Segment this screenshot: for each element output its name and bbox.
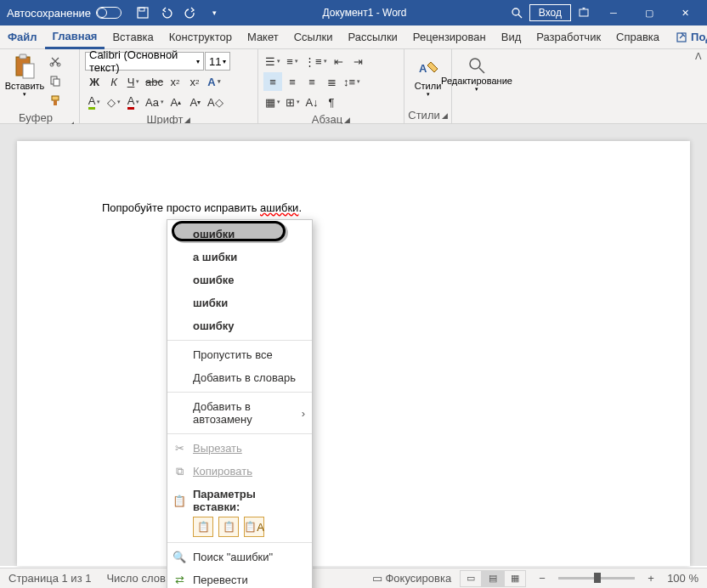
tab-developer[interactable]: Разработчик [529,25,608,49]
clear-format-button[interactable]: A◇ [206,93,225,111]
font-color-button[interactable]: A [124,93,143,111]
web-layout-button[interactable]: ▦ [504,570,526,587]
bullets-button[interactable]: ☰ [263,52,282,71]
svg-rect-4 [580,9,588,16]
quick-access-toolbar: ▾ [128,2,229,24]
styles-button[interactable]: A Стили ▾ [410,52,446,98]
zoom-slider[interactable] [558,577,635,580]
search-button[interactable] [506,2,528,24]
suggestion-5[interactable]: ошибку [167,314,312,337]
suggestion-3[interactable]: ошибке [167,269,312,291]
justify-button[interactable]: ≣ [322,72,341,91]
undo-button[interactable] [156,2,178,24]
qat-dropdown[interactable]: ▾ [203,2,225,24]
page[interactable]: Попробуйте просто исправить ашибки. [17,141,690,566]
suggestion-1[interactable]: ошибки [167,223,312,246]
tab-references[interactable]: Ссылки [286,25,341,49]
copy-button[interactable] [46,71,65,90]
svg-point-2 [512,8,519,15]
grow-font-button[interactable]: A▴ [167,93,185,111]
search-icon-small: 🔍 [173,551,186,564]
font-launcher[interactable]: ◢ [184,116,190,124]
suggestion-2[interactable]: а шибки [167,246,312,269]
font-size-select[interactable]: 11▾ [205,52,230,71]
strike-button[interactable]: abc [144,72,165,91]
share-button[interactable]: Поделиться [667,31,707,43]
add-to-dictionary[interactable]: Добавить в словарь [167,366,312,389]
translate-item[interactable]: ⇄Перевести [167,568,312,588]
bold-button[interactable]: Ж [85,72,104,91]
focus-mode-button[interactable]: ▭ Фокусировка [372,572,451,585]
align-center-button[interactable]: ≡ [283,72,302,91]
tab-insert[interactable]: Вставка [105,25,161,49]
ignore-all[interactable]: Пропустить все [167,343,312,366]
cut-icon: ✂ [173,442,186,455]
tab-design[interactable]: Конструктор [161,25,240,49]
text-effects-button[interactable]: A [205,72,223,91]
tab-home[interactable]: Главная [45,25,105,49]
underline-button[interactable]: Ч [124,72,143,91]
group-paragraph: ☰ ≡ ⋮≡ ⇤ ⇥ ≡ ≡ ≡ ≣ ↕≡ ▦ ⊞ A↓ ¶ Абзац ◢ [258,49,404,123]
paste-keep-format[interactable]: 📋 [193,517,213,537]
tab-file[interactable]: Файл [0,25,45,49]
tab-review[interactable]: Рецензирован [405,25,494,49]
redo-button[interactable] [179,2,201,24]
change-case-button[interactable]: Aa [144,93,166,111]
numbering-button[interactable]: ≡ [283,52,302,71]
zoom-out-button[interactable]: − [534,571,550,586]
zoom-in-button[interactable]: + [643,571,659,586]
shading-button[interactable]: ◇ [105,93,123,111]
read-mode-button[interactable]: ▭ [460,570,482,587]
paste-button[interactable]: Вставить ▾ [5,52,44,98]
decrease-indent-button[interactable]: ⇤ [330,52,348,71]
sort-button[interactable]: A↓ [303,93,321,111]
paste-text-only[interactable]: 📋A [244,517,264,537]
spelling-error[interactable]: ашибки [260,201,298,214]
font-name-select[interactable]: Calibri (Основной текст)▾ [85,52,204,71]
tab-mailings[interactable]: Рассылки [340,25,404,49]
save-button[interactable] [132,2,154,24]
tab-view[interactable]: Вид [494,25,529,49]
paste-options: 📋 📋 📋A [167,517,312,537]
line-spacing-button[interactable]: ↕≡ [342,72,362,91]
show-marks-button[interactable]: ¶ [322,93,341,111]
search-item[interactable]: 🔍Поиск "ашибки" [167,546,312,568]
maximize-button[interactable]: ▢ [632,0,666,25]
login-button[interactable]: Вход [529,4,571,21]
borders-button[interactable]: ⊞ [283,93,302,111]
align-right-button[interactable]: ≡ [303,72,321,91]
tab-help[interactable]: Справка [608,25,667,49]
subscript-button[interactable]: x2 [166,72,184,91]
minimize-button[interactable]: ─ [597,0,631,25]
cut-button[interactable] [46,52,65,71]
superscript-button[interactable]: x2 [185,72,204,91]
styles-launcher[interactable]: ◢ [442,111,448,120]
align-left-button[interactable]: ≡ [263,72,282,91]
paste-options-label: 📋Параметры вставки: [167,483,312,518]
print-layout-button[interactable]: ▤ [482,570,504,587]
slider-thumb[interactable] [594,573,601,583]
group-clipboard: Вставить ▾ Буфер обмена ◢ [0,49,80,123]
add-to-autocorrect[interactable]: Добавить в автозамену [167,395,312,431]
close-button[interactable]: ✕ [668,0,702,25]
multilevel-button[interactable]: ⋮≡ [303,52,329,71]
page-indicator[interactable]: Страница 1 из 1 [8,572,91,585]
format-painter-button[interactable] [46,91,65,110]
highlight-button[interactable]: A [85,93,104,111]
italic-button[interactable]: К [105,72,123,91]
ribbon-options-button[interactable] [573,2,595,24]
autosave-label: Автосохранение [7,7,91,20]
autosave-toggle[interactable]: Автосохранение [0,7,128,20]
zoom-label[interactable]: 100 % [667,572,699,585]
suggestion-4[interactable]: шибки [167,291,312,314]
paste-merge[interactable]: 📋 [218,517,239,537]
editing-button[interactable]: Редактирование ▾ [457,52,496,93]
increase-indent-button[interactable]: ⇥ [349,52,368,71]
collapse-ribbon-button[interactable]: ᐱ [695,51,702,62]
paragraph-launcher[interactable]: ◢ [344,116,350,124]
shrink-font-button[interactable]: A▾ [186,93,205,111]
window-title: Документ1 - Word [229,7,501,19]
fill-button[interactable]: ▦ [263,93,282,111]
tab-layout[interactable]: Макет [240,25,286,49]
document-area: Попробуйте просто исправить ашибки. [0,124,707,566]
